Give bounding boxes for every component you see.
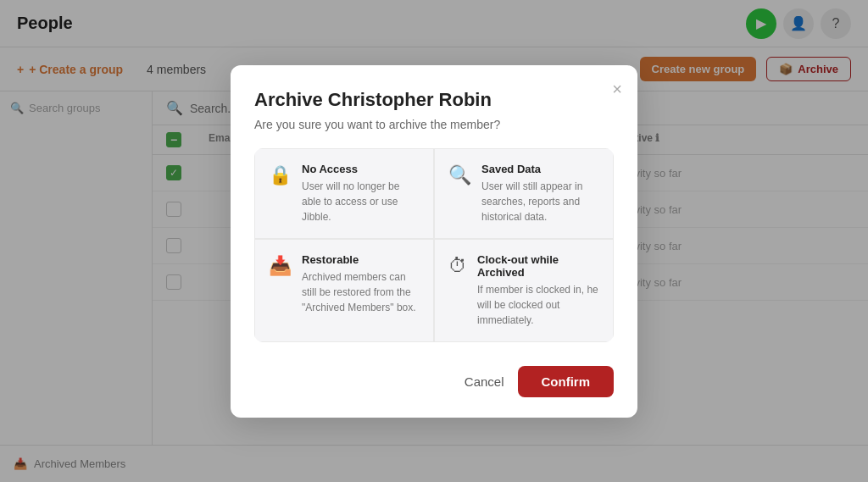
confirm-button[interactable]: Confirm — [518, 366, 615, 397]
overlay: × Archive Christopher Robin Are you sure… — [0, 0, 868, 482]
clock-out-desc: If member is clocked in, he will be cloc… — [477, 282, 599, 328]
no-access-title: No Access — [302, 163, 420, 175]
clock-out-icon: ⏱ — [448, 255, 467, 277]
saved-data-icon: 🔍 — [448, 164, 471, 186]
saved-data-desc: User will still appear in searches, repo… — [481, 179, 599, 224]
restorable-title: Restorable — [302, 253, 420, 266]
lock-icon: 🔒 — [269, 164, 292, 186]
modal-subtitle: Are you sure you want to archive the mem… — [254, 118, 614, 131]
info-cell-no-access: 🔒 No Access User will no longer be able … — [254, 148, 434, 239]
modal-close-button[interactable]: × — [612, 80, 622, 97]
no-access-desc: User will no longer be able to access or… — [302, 179, 420, 224]
cancel-button[interactable]: Cancel — [465, 374, 504, 389]
info-cell-restorable: 📥 Restorable Archived members can still … — [254, 239, 434, 342]
modal-footer: Cancel Confirm — [254, 366, 614, 397]
clock-out-title: Clock-out while Archived — [477, 253, 599, 279]
saved-data-title: Saved Data — [481, 163, 599, 175]
info-cell-saved-data: 🔍 Saved Data User will still appear in s… — [434, 148, 614, 239]
info-cell-clock-out: ⏱ Clock-out while Archived If member is … — [434, 239, 614, 342]
restorable-icon: 📥 — [269, 255, 292, 277]
modal-title: Archive Christopher Robin — [254, 89, 614, 111]
restorable-desc: Archived members can still be restored f… — [302, 269, 420, 315]
info-grid: 🔒 No Access User will no longer be able … — [254, 148, 614, 342]
modal: × Archive Christopher Robin Are you sure… — [231, 65, 637, 418]
